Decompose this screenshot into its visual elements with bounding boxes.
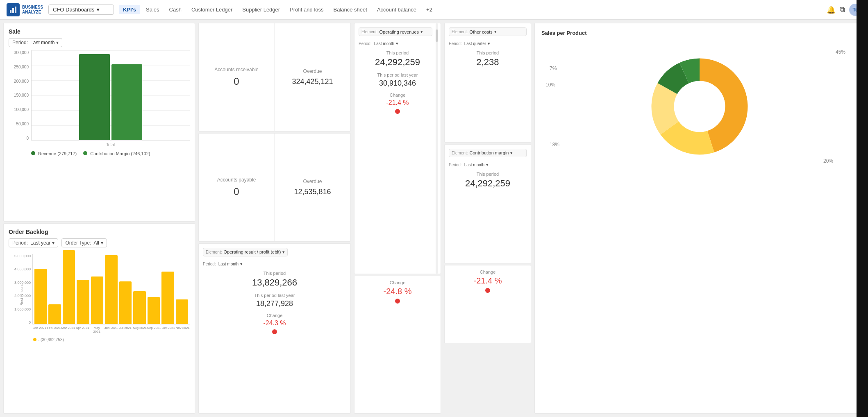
change-indicator xyxy=(395,109,400,114)
tab-cash[interactable]: Cash xyxy=(165,5,186,14)
svg-rect-1 xyxy=(12,8,14,13)
chevron-down-icon: ▾ xyxy=(97,7,100,13)
sale-chart: 300,000 250,000 200,000 150,000 100,000 … xyxy=(9,50,190,149)
bar-jan xyxy=(34,269,47,324)
operating-revenues-panel: Element: Operating revenues ▾ Period: La… xyxy=(354,23,441,274)
legend-revenue: Revenue (279,717) xyxy=(31,151,77,156)
dashboard-selector[interactable]: CFO Dashboards ▾ xyxy=(48,5,114,15)
other-costs-panel: Element: Other costs ▾ Period: Last quar… xyxy=(444,23,531,143)
bar-sep xyxy=(148,297,160,324)
bell-icon[interactable]: 🔔 xyxy=(827,5,836,14)
other-costs-selector[interactable]: Element: Other costs ▾ xyxy=(449,27,527,36)
backlog-chart: 5,000,000 4,000,000 3,000,000 2,000,000 … xyxy=(9,254,190,336)
svg-point-8 xyxy=(674,81,725,132)
tab-account-balance[interactable]: Account balance xyxy=(373,5,420,14)
ebit-period[interactable]: Period: Last month ▾ xyxy=(203,261,346,267)
col4: Element: Other costs ▾ Period: Last quar… xyxy=(443,20,533,417)
label-45: 45% xyxy=(836,49,845,55)
chevron-down-icon: ▾ xyxy=(282,249,285,255)
chevron-down-icon: ▾ xyxy=(486,162,489,168)
bar-may xyxy=(91,276,103,324)
chevron-down-icon: ▾ xyxy=(510,150,513,156)
contrib-selector[interactable]: Element: Contribution margin ▾ xyxy=(449,149,527,157)
main-content: Sale Period: Last month ▾ 300,000 250,00… xyxy=(0,20,868,417)
sale-panel: Sale Period: Last month ▾ 300,000 250,00… xyxy=(3,23,195,222)
col3: Element: Operating revenues ▾ Period: La… xyxy=(352,20,443,417)
bar-aug xyxy=(133,291,145,324)
bar-oct xyxy=(161,272,174,324)
order-period-selector[interactable]: Period: Last year ▾ xyxy=(9,238,58,247)
pie-chart-title: Sales per Product xyxy=(541,30,858,36)
sale-title: Sale xyxy=(9,28,190,35)
ebit-panel-bottom: Element: Operating result / profit (ebit… xyxy=(198,243,351,414)
op-period[interactable]: Period: Last month ▾ xyxy=(359,41,436,46)
label-18: 18% xyxy=(550,142,559,147)
tab-supplier-ledger[interactable]: Supplier Ledger xyxy=(238,5,284,14)
backlog-legend: - (30,692,753) xyxy=(9,338,190,342)
ap-overdue-cell: Overdue 12,535,816 xyxy=(275,134,350,241)
tab-customer-ledger[interactable]: Customer Ledger xyxy=(187,5,236,14)
donut-chart: 45% 7% 10% 18% 20% xyxy=(541,41,858,172)
ap-value: 0 xyxy=(234,186,239,197)
chevron-down-icon: ▾ xyxy=(240,261,243,267)
legend-margin: Contribution Margin (246,102) xyxy=(83,151,150,156)
chevron-down-icon: ▾ xyxy=(494,29,497,34)
bar-feb xyxy=(48,304,61,324)
chevron-down-icon: ▾ xyxy=(420,29,423,34)
chevron-down-icon: ▾ xyxy=(396,41,398,46)
accounts-receivable-panel: Accounts receivable 0 Overdue 324,425,12… xyxy=(198,23,351,131)
ar-value-cell: Accounts receivable 0 xyxy=(199,23,275,131)
change-dot3 xyxy=(485,288,490,293)
ap-label: Accounts payable xyxy=(217,177,256,183)
contribution-margin-panel: Element: Contribution margin ▾ Period: L… xyxy=(444,144,531,264)
change-dot2 xyxy=(395,299,400,304)
tab-kpis[interactable]: KPI's xyxy=(119,5,140,14)
order-backlog-panel: Order Backlog Period: Last year ▾ Order … xyxy=(3,223,195,414)
bar-revenue xyxy=(79,54,110,140)
col2: Accounts receivable 0 Overdue 324,425,12… xyxy=(197,20,352,417)
op-revenue-selector[interactable]: Element: Operating revenues ▾ xyxy=(359,27,432,36)
ar-overdue-label: Overdue xyxy=(303,68,322,74)
tab-sales[interactable]: Sales xyxy=(142,5,164,14)
logo: BUSINESSANALYZE xyxy=(7,3,43,16)
donut-svg xyxy=(638,45,761,168)
ebit-element-selector[interactable]: Element: Operating result / profit (ebit… xyxy=(203,248,288,256)
label-20: 20% xyxy=(823,158,833,164)
ap-overdue-label: Overdue xyxy=(303,179,322,184)
tab-balance-sheet[interactable]: Balance sheet xyxy=(329,5,371,14)
backlog-bars xyxy=(32,254,190,324)
bar-nov xyxy=(176,299,188,324)
bar-margin xyxy=(111,64,142,140)
ar-overdue-cell: Overdue 324,425,121 xyxy=(275,23,350,131)
order-controls: Period: Last year ▾ Order Type: All ▾ xyxy=(9,238,190,251)
logo-text: BUSINESSANALYZE xyxy=(22,5,43,15)
tab-profit-loss[interactable]: Profit and loss xyxy=(286,5,327,14)
dashboard-name: CFO Dashboards xyxy=(53,7,94,13)
period-value: Last month xyxy=(30,40,55,45)
ebit3-change-panel: Change -21.4 % xyxy=(444,265,531,343)
ar-label: Accounts receivable xyxy=(214,67,258,73)
nav-tabs: KPI's Sales Cash Customer Ledger Supplie… xyxy=(119,5,822,14)
logo-icon xyxy=(7,3,20,16)
x-labels: Jan 2021 Feb 2021 Mar 2021 Apr 2021 May … xyxy=(32,326,190,333)
other-costs-period[interactable]: Period: Last quarter ▾ xyxy=(449,41,527,46)
ar-value: 0 xyxy=(234,76,239,87)
filter-icon[interactable]: ⧉ xyxy=(840,5,845,14)
tab-more[interactable]: +2 xyxy=(422,5,436,14)
col5: Sales per Product 45% xyxy=(533,20,868,417)
svg-rect-0 xyxy=(10,10,11,13)
chevron-down-icon: ▾ xyxy=(52,240,55,246)
order-type-selector[interactable]: Order Type: All ▾ xyxy=(61,238,107,247)
ap-value-cell: Accounts payable 0 xyxy=(199,134,275,241)
bar-apr xyxy=(77,280,89,324)
svg-rect-2 xyxy=(15,7,16,13)
sale-period-selector[interactable]: Period: Last month ▾ xyxy=(9,38,62,47)
order-backlog-title: Order Backlog xyxy=(9,229,190,235)
change-dot xyxy=(272,329,277,334)
pie-chart-panel: Sales per Product 45% xyxy=(534,23,865,414)
x-axis-label: Total xyxy=(31,143,190,147)
chart-legend: Revenue (279,717) Contribution Margin (2… xyxy=(9,151,190,156)
label-10: 10% xyxy=(545,82,555,88)
bar-mar xyxy=(63,250,75,324)
contrib-period[interactable]: Period: Last month ▾ xyxy=(449,162,527,168)
